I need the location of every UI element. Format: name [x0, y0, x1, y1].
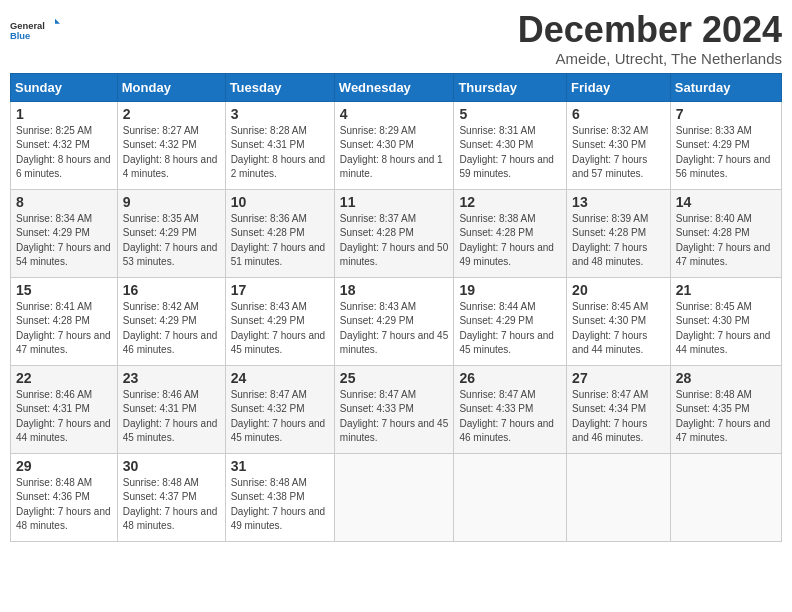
calendar-cell: 15 Sunrise: 8:41 AM Sunset: 4:28 PM Dayl… — [11, 277, 118, 365]
calendar-body: 1 Sunrise: 8:25 AM Sunset: 4:32 PM Dayli… — [11, 101, 782, 541]
day-info: Sunrise: 8:45 AM Sunset: 4:30 PM Dayligh… — [676, 300, 776, 358]
day-info: Sunrise: 8:38 AM Sunset: 4:28 PM Dayligh… — [459, 212, 561, 270]
day-number: 13 — [572, 194, 665, 210]
calendar-cell: 17 Sunrise: 8:43 AM Sunset: 4:29 PM Dayl… — [225, 277, 334, 365]
day-info: Sunrise: 8:47 AM Sunset: 4:33 PM Dayligh… — [340, 388, 449, 446]
calendar-cell: 25 Sunrise: 8:47 AM Sunset: 4:33 PM Dayl… — [334, 365, 454, 453]
day-number: 8 — [16, 194, 112, 210]
calendar-cell: 24 Sunrise: 8:47 AM Sunset: 4:32 PM Dayl… — [225, 365, 334, 453]
day-number: 29 — [16, 458, 112, 474]
day-number: 27 — [572, 370, 665, 386]
day-number: 24 — [231, 370, 329, 386]
day-info: Sunrise: 8:47 AM Sunset: 4:32 PM Dayligh… — [231, 388, 329, 446]
day-info: Sunrise: 8:33 AM Sunset: 4:29 PM Dayligh… — [676, 124, 776, 182]
calendar-cell: 22 Sunrise: 8:46 AM Sunset: 4:31 PM Dayl… — [11, 365, 118, 453]
day-info: Sunrise: 8:40 AM Sunset: 4:28 PM Dayligh… — [676, 212, 776, 270]
calendar-cell: 8 Sunrise: 8:34 AM Sunset: 4:29 PM Dayli… — [11, 189, 118, 277]
day-header-friday: Friday — [567, 73, 671, 101]
calendar-cell: 2 Sunrise: 8:27 AM Sunset: 4:32 PM Dayli… — [117, 101, 225, 189]
calendar-cell — [454, 453, 567, 541]
calendar-cell — [567, 453, 671, 541]
day-info: Sunrise: 8:48 AM Sunset: 4:37 PM Dayligh… — [123, 476, 220, 534]
calendar-cell — [334, 453, 454, 541]
day-info: Sunrise: 8:28 AM Sunset: 4:31 PM Dayligh… — [231, 124, 329, 182]
logo-svg: General Blue — [10, 10, 60, 50]
calendar-cell: 26 Sunrise: 8:47 AM Sunset: 4:33 PM Dayl… — [454, 365, 567, 453]
day-info: Sunrise: 8:47 AM Sunset: 4:33 PM Dayligh… — [459, 388, 561, 446]
calendar-cell: 21 Sunrise: 8:45 AM Sunset: 4:30 PM Dayl… — [670, 277, 781, 365]
calendar-cell: 7 Sunrise: 8:33 AM Sunset: 4:29 PM Dayli… — [670, 101, 781, 189]
day-number: 1 — [16, 106, 112, 122]
calendar-cell: 31 Sunrise: 8:48 AM Sunset: 4:38 PM Dayl… — [225, 453, 334, 541]
day-info: Sunrise: 8:48 AM Sunset: 4:36 PM Dayligh… — [16, 476, 112, 534]
day-info: Sunrise: 8:48 AM Sunset: 4:38 PM Dayligh… — [231, 476, 329, 534]
calendar-cell: 11 Sunrise: 8:37 AM Sunset: 4:28 PM Dayl… — [334, 189, 454, 277]
calendar-cell: 23 Sunrise: 8:46 AM Sunset: 4:31 PM Dayl… — [117, 365, 225, 453]
calendar-cell — [670, 453, 781, 541]
day-info: Sunrise: 8:32 AM Sunset: 4:30 PM Dayligh… — [572, 124, 665, 182]
day-header-monday: Monday — [117, 73, 225, 101]
svg-marker-2 — [55, 19, 60, 24]
calendar-cell: 4 Sunrise: 8:29 AM Sunset: 4:30 PM Dayli… — [334, 101, 454, 189]
day-info: Sunrise: 8:43 AM Sunset: 4:29 PM Dayligh… — [231, 300, 329, 358]
day-info: Sunrise: 8:48 AM Sunset: 4:35 PM Dayligh… — [676, 388, 776, 446]
calendar-cell: 18 Sunrise: 8:43 AM Sunset: 4:29 PM Dayl… — [334, 277, 454, 365]
calendar-week-row: 29 Sunrise: 8:48 AM Sunset: 4:36 PM Dayl… — [11, 453, 782, 541]
day-number: 20 — [572, 282, 665, 298]
day-info: Sunrise: 8:25 AM Sunset: 4:32 PM Dayligh… — [16, 124, 112, 182]
day-number: 4 — [340, 106, 449, 122]
day-number: 2 — [123, 106, 220, 122]
day-info: Sunrise: 8:34 AM Sunset: 4:29 PM Dayligh… — [16, 212, 112, 270]
calendar-table: SundayMondayTuesdayWednesdayThursdayFrid… — [10, 73, 782, 542]
calendar-cell: 1 Sunrise: 8:25 AM Sunset: 4:32 PM Dayli… — [11, 101, 118, 189]
calendar-cell: 29 Sunrise: 8:48 AM Sunset: 4:36 PM Dayl… — [11, 453, 118, 541]
day-number: 26 — [459, 370, 561, 386]
day-info: Sunrise: 8:31 AM Sunset: 4:30 PM Dayligh… — [459, 124, 561, 182]
day-header-saturday: Saturday — [670, 73, 781, 101]
calendar-header-row: SundayMondayTuesdayWednesdayThursdayFrid… — [11, 73, 782, 101]
day-header-sunday: Sunday — [11, 73, 118, 101]
day-info: Sunrise: 8:42 AM Sunset: 4:29 PM Dayligh… — [123, 300, 220, 358]
day-info: Sunrise: 8:37 AM Sunset: 4:28 PM Dayligh… — [340, 212, 449, 270]
day-info: Sunrise: 8:39 AM Sunset: 4:28 PM Dayligh… — [572, 212, 665, 270]
day-number: 17 — [231, 282, 329, 298]
day-number: 10 — [231, 194, 329, 210]
day-header-wednesday: Wednesday — [334, 73, 454, 101]
day-number: 9 — [123, 194, 220, 210]
calendar-cell: 10 Sunrise: 8:36 AM Sunset: 4:28 PM Dayl… — [225, 189, 334, 277]
day-header-tuesday: Tuesday — [225, 73, 334, 101]
month-title: December 2024 — [518, 10, 782, 50]
day-info: Sunrise: 8:46 AM Sunset: 4:31 PM Dayligh… — [16, 388, 112, 446]
day-number: 28 — [676, 370, 776, 386]
day-header-thursday: Thursday — [454, 73, 567, 101]
calendar-week-row: 15 Sunrise: 8:41 AM Sunset: 4:28 PM Dayl… — [11, 277, 782, 365]
calendar-cell: 12 Sunrise: 8:38 AM Sunset: 4:28 PM Dayl… — [454, 189, 567, 277]
calendar-cell: 27 Sunrise: 8:47 AM Sunset: 4:34 PM Dayl… — [567, 365, 671, 453]
day-number: 7 — [676, 106, 776, 122]
day-info: Sunrise: 8:47 AM Sunset: 4:34 PM Dayligh… — [572, 388, 665, 446]
svg-text:General: General — [10, 21, 45, 31]
calendar-cell: 3 Sunrise: 8:28 AM Sunset: 4:31 PM Dayli… — [225, 101, 334, 189]
calendar-cell: 20 Sunrise: 8:45 AM Sunset: 4:30 PM Dayl… — [567, 277, 671, 365]
day-number: 11 — [340, 194, 449, 210]
day-number: 25 — [340, 370, 449, 386]
day-info: Sunrise: 8:46 AM Sunset: 4:31 PM Dayligh… — [123, 388, 220, 446]
svg-text:Blue: Blue — [10, 31, 30, 41]
day-info: Sunrise: 8:29 AM Sunset: 4:30 PM Dayligh… — [340, 124, 449, 182]
day-number: 12 — [459, 194, 561, 210]
calendar-cell: 14 Sunrise: 8:40 AM Sunset: 4:28 PM Dayl… — [670, 189, 781, 277]
day-number: 14 — [676, 194, 776, 210]
day-number: 18 — [340, 282, 449, 298]
day-number: 6 — [572, 106, 665, 122]
day-info: Sunrise: 8:44 AM Sunset: 4:29 PM Dayligh… — [459, 300, 561, 358]
day-number: 5 — [459, 106, 561, 122]
calendar-cell: 13 Sunrise: 8:39 AM Sunset: 4:28 PM Dayl… — [567, 189, 671, 277]
calendar-cell: 16 Sunrise: 8:42 AM Sunset: 4:29 PM Dayl… — [117, 277, 225, 365]
day-number: 3 — [231, 106, 329, 122]
calendar-cell: 9 Sunrise: 8:35 AM Sunset: 4:29 PM Dayli… — [117, 189, 225, 277]
calendar-cell: 19 Sunrise: 8:44 AM Sunset: 4:29 PM Dayl… — [454, 277, 567, 365]
day-info: Sunrise: 8:27 AM Sunset: 4:32 PM Dayligh… — [123, 124, 220, 182]
day-number: 19 — [459, 282, 561, 298]
calendar-cell: 28 Sunrise: 8:48 AM Sunset: 4:35 PM Dayl… — [670, 365, 781, 453]
calendar-cell: 5 Sunrise: 8:31 AM Sunset: 4:30 PM Dayli… — [454, 101, 567, 189]
